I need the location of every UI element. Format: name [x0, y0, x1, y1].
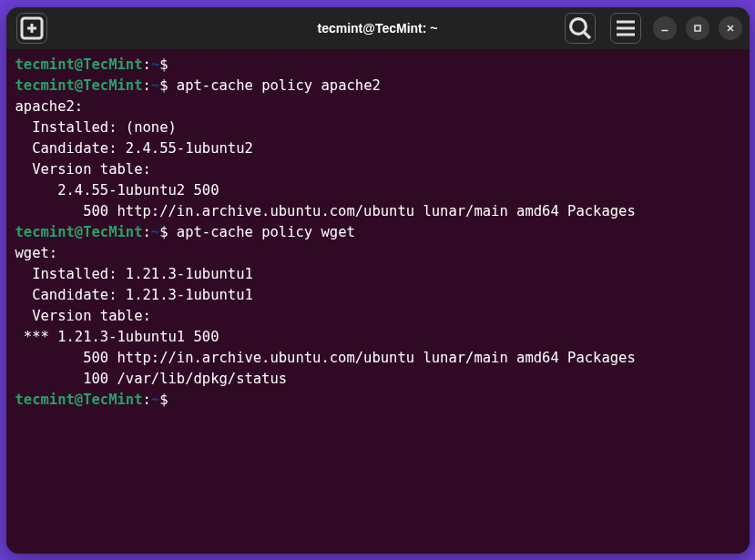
output-line: wget:	[15, 243, 740, 264]
output-line: 100 /var/lib/dpkg/status	[15, 369, 740, 390]
prompt-path: ~	[151, 77, 159, 94]
prompt-user-host: tecmint@TecMint	[15, 77, 143, 94]
prompt-user-host: tecmint@TecMint	[15, 392, 143, 408]
terminal-content[interactable]: tecmint@TecMint:~$tecmint@TecMint:~$ apt…	[6, 49, 750, 554]
svg-line-4	[584, 32, 589, 37]
prompt-dollar: $	[159, 224, 168, 240]
close-icon	[724, 22, 737, 35]
new-tab-button[interactable]	[16, 13, 47, 44]
new-tab-icon	[17, 14, 46, 43]
output-line: Installed: (none)	[15, 117, 740, 138]
prompt-path: ~	[151, 56, 159, 73]
output-line: Installed: 1.21.3-1ubuntu1	[15, 264, 740, 285]
prompt-separator: :	[142, 56, 150, 73]
prompt-user-host: tecmint@TecMint	[15, 56, 143, 73]
command-text: apt-cache policy apache2	[168, 77, 381, 94]
svg-point-3	[570, 18, 586, 34]
window-title: tecmint@TecMint: ~	[317, 21, 437, 36]
output-line: apache2:	[15, 97, 740, 117]
output-line: Version table:	[15, 306, 740, 327]
svg-rect-9	[695, 25, 700, 31]
prompt-dollar: $	[159, 392, 168, 408]
prompt-user-host: tecmint@TecMint	[15, 224, 143, 240]
prompt-line: tecmint@TecMint:~$	[15, 55, 740, 76]
minimize-button[interactable]	[653, 16, 677, 40]
output-line: Candidate: 1.21.3-1ubuntu1	[15, 285, 740, 306]
prompt-separator: :	[142, 392, 150, 408]
prompt-dollar: $	[159, 77, 168, 94]
prompt-path: ~	[151, 224, 159, 240]
output-line: Candidate: 2.4.55-1ubuntu2	[15, 138, 740, 159]
output-line: *** 1.21.3-1ubuntu1 500	[15, 327, 740, 348]
prompt-path: ~	[151, 392, 159, 408]
prompt-line: tecmint@TecMint:~$ apt-cache policy wget	[15, 222, 740, 243]
minimize-icon	[658, 22, 671, 35]
maximize-button[interactable]	[686, 16, 709, 40]
maximize-icon	[691, 22, 704, 35]
output-line: 2.4.55-1ubuntu2 500	[15, 180, 740, 201]
hamburger-icon	[611, 14, 640, 43]
command-text: apt-cache policy wget	[168, 224, 355, 240]
prompt-separator: :	[142, 77, 150, 94]
titlebar: tecmint@TecMint: ~	[6, 7, 750, 49]
terminal-window: tecmint@TecMint: ~	[6, 7, 750, 554]
prompt-line: tecmint@TecMint:~$ apt-cache policy apac…	[15, 76, 740, 97]
search-button[interactable]	[565, 13, 596, 44]
prompt-dollar: $	[159, 56, 168, 73]
output-line: 500 http://in.archive.ubuntu.com/ubuntu …	[15, 348, 740, 369]
search-icon	[566, 14, 595, 43]
prompt-separator: :	[142, 224, 150, 240]
output-line: 500 http://in.archive.ubuntu.com/ubuntu …	[15, 201, 740, 222]
output-line: Version table:	[15, 159, 740, 180]
menu-button[interactable]	[610, 13, 641, 44]
close-button[interactable]	[719, 16, 742, 40]
prompt-line: tecmint@TecMint:~$	[15, 390, 740, 411]
